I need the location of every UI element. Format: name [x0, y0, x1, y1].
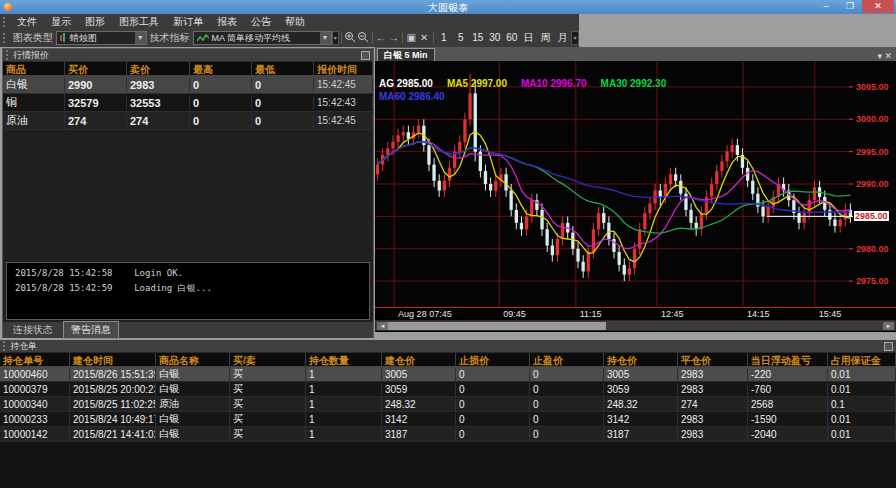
positions-cell: 1 — [306, 383, 382, 396]
positions-cell: 白银 — [156, 411, 230, 427]
menu-item-图形[interactable]: 图形 — [78, 15, 112, 29]
delete-icon[interactable]: ✕ — [418, 31, 431, 45]
positions-column-header: 持仓价 — [604, 353, 678, 366]
quotes-column-header: 商品 — [3, 62, 65, 75]
table-row[interactable]: 原油2742740015:42:45 — [3, 112, 373, 130]
menu-grip — [3, 17, 6, 27]
positions-column-header: 平仓价 — [678, 353, 748, 366]
toolbar-separator — [402, 32, 403, 44]
log-tab-bar: 连接状态警告消息 — [3, 322, 373, 338]
timeframe-button-15[interactable]: 15 — [469, 31, 486, 45]
toolbar-separator — [341, 32, 342, 44]
chevron-down-icon[interactable]: ▼ — [135, 32, 146, 44]
positions-column-header: 建仓价 — [382, 353, 456, 366]
menu-item-新订单[interactable]: 新订单 — [166, 15, 210, 29]
candlestick-chart[interactable]: AG 2985.00MA5 2997.00MA10 2996.70MA30 29… — [375, 61, 853, 307]
panel-grip — [6, 50, 9, 60]
positions-cell: 248.32 — [382, 398, 456, 411]
panel-restore-icon[interactable] — [361, 51, 370, 60]
menu-item-公告[interactable]: 公告 — [244, 15, 278, 29]
quotes-cell: 白银 — [3, 76, 65, 93]
table-row[interactable]: 100001422015/8/21 14:41:02白银买13187003187… — [0, 427, 896, 442]
log-tab-警告消息[interactable]: 警告消息 — [63, 321, 119, 339]
timeframe-button-周[interactable]: 周 — [537, 31, 554, 45]
positions-cell: 买 — [230, 396, 306, 412]
menu-item-显示[interactable]: 显示 — [44, 15, 78, 29]
menu-item-文件[interactable]: 文件 — [10, 15, 44, 29]
quotes-cell: 2983 — [127, 78, 190, 92]
positions-cell: 买 — [230, 366, 306, 382]
positions-cell: -220 — [748, 368, 828, 381]
positions-cell: 10000379 — [0, 383, 70, 396]
zoom-out-icon[interactable] — [357, 31, 370, 45]
timeframe-button-1[interactable]: 1 — [435, 31, 452, 45]
menu-item-图形工具[interactable]: 图形工具 — [112, 15, 166, 29]
menu-item-帮助[interactable]: 帮助 — [278, 15, 312, 29]
zoom-in-icon[interactable] — [344, 31, 357, 45]
table-row[interactable]: 100003402015/8/25 11:02:25原油买1248.320024… — [0, 397, 896, 412]
timeframe-button-5[interactable]: 5 — [452, 31, 469, 45]
new-window-icon[interactable]: ▣ — [405, 31, 418, 45]
toolbar-overflow-button[interactable]: ▾ — [571, 31, 579, 45]
quotes-cell: 15:42:43 — [314, 96, 373, 109]
quotes-cell: 铜 — [3, 94, 65, 111]
top-chrome: 文件显示图形图形工具新订单报表公告帮助 图表类型 蜡烛图 ▼ 技术指标 MA 简… — [0, 14, 896, 47]
legend-entry-MA60: MA60 2986.40 — [379, 91, 445, 102]
positions-cell: 3142 — [382, 413, 456, 426]
positions-cell: 0 — [456, 368, 530, 381]
positions-column-header: 当日浮动盈亏 — [748, 353, 828, 366]
positions-cell: 10000142 — [0, 428, 70, 441]
log-tab-连接状态[interactable]: 连接状态 — [6, 322, 60, 338]
quotes-body: 白银299029830015:42:45铜32579325530015:42:4… — [3, 76, 373, 130]
toolbar-separator — [433, 32, 434, 44]
timeframe-button-月[interactable]: 月 — [554, 31, 571, 45]
chart-type-dropdown[interactable]: 蜡烛图 ▼ — [56, 31, 147, 45]
table-row[interactable]: 铜32579325530015:42:43 — [3, 94, 373, 112]
quotes-cell: 32579 — [65, 96, 127, 110]
candlestick-icon — [60, 33, 67, 43]
positions-cell: 0.01 — [828, 428, 896, 441]
menu-item-报表[interactable]: 报表 — [210, 15, 244, 29]
table-row[interactable]: 白银299029830015:42:45 — [3, 76, 373, 94]
table-row[interactable]: 100002332015/8/24 10:49:17白银买13142003142… — [0, 412, 896, 427]
positions-cell: 买 — [230, 381, 306, 397]
time-tick-label: 14:15 — [747, 309, 770, 319]
maximize-button[interactable]: ❐ — [838, 0, 862, 13]
close-button[interactable]: ✕ — [862, 0, 894, 13]
positions-title-text: 持仓单 — [10, 340, 37, 353]
scroll-left-icon[interactable]: ◄ — [377, 322, 388, 330]
indicator-dropdown[interactable]: MA 简单移动平均线 ▼ — [193, 31, 332, 45]
forward-arrow-icon[interactable]: → — [387, 31, 400, 45]
timeframe-button-日[interactable]: 日 — [520, 31, 537, 45]
positions-column-header: 持仓单号 — [0, 353, 70, 366]
chart-scrollbar[interactable]: ◄ ► — [375, 320, 896, 331]
positions-cell: 0 — [530, 398, 604, 411]
back-arrow-icon[interactable]: ← — [374, 31, 387, 45]
indicator-overflow-button[interactable]: ▾ — [332, 31, 340, 45]
chart-type-value: 蜡烛图 — [70, 32, 97, 45]
scrollbar-thumb[interactable] — [388, 322, 606, 330]
chart-tab[interactable]: 白银 5 Min — [377, 48, 435, 61]
quotes-column-header: 报价时间 — [314, 62, 373, 75]
table-row[interactable]: 100003792015/8/25 20:00:23白银买13059003059… — [0, 382, 896, 397]
positions-cell: 2983 — [678, 383, 748, 396]
positions-cell: -2040 — [748, 428, 828, 441]
price-tick-label: 3000.00 — [856, 114, 889, 124]
panel-restore-icon[interactable] — [884, 342, 893, 351]
quotes-cell: 0 — [252, 78, 314, 92]
timeframe-button-60[interactable]: 60 — [503, 31, 520, 45]
toolbar-separator — [372, 32, 373, 44]
scroll-right-icon[interactable]: ► — [883, 322, 894, 330]
positions-cell: 1 — [306, 428, 382, 441]
chevron-down-icon[interactable]: ▼ — [320, 32, 331, 44]
positions-cell: 0.01 — [828, 413, 896, 426]
chart-type-label: 图表类型 — [13, 31, 53, 45]
chart-tab-controls[interactable]: ▾ ✕ — [877, 51, 892, 61]
quotes-column-header: 买价 — [65, 62, 127, 75]
quotes-cell: 0 — [190, 78, 252, 92]
positions-cell: -760 — [748, 383, 828, 396]
table-row[interactable]: 100004602015/8/26 15:51:39白银买13005003005… — [0, 367, 896, 382]
timeframe-button-30[interactable]: 30 — [486, 31, 503, 45]
panel-grip — [3, 341, 6, 351]
minimize-button[interactable]: – — [814, 0, 838, 13]
